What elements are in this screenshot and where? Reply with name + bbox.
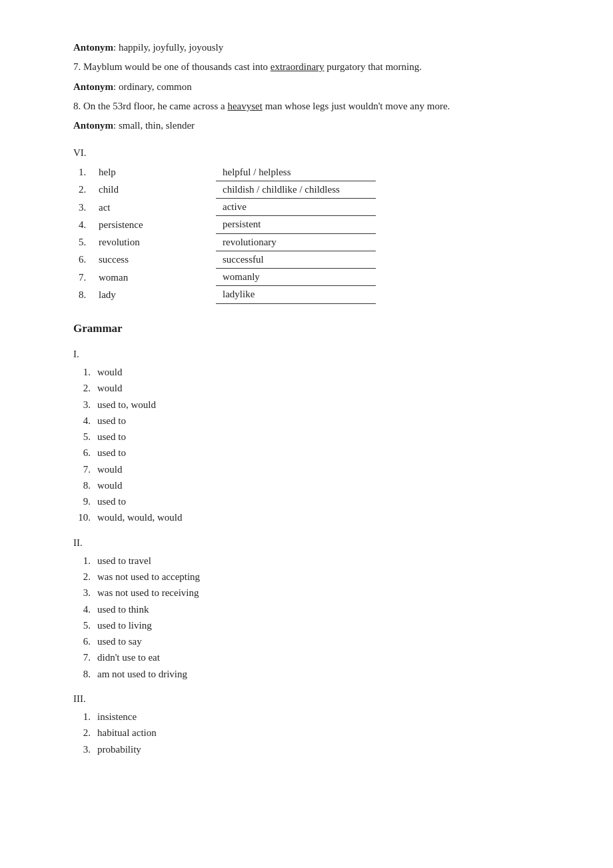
list-item: 8.would: [73, 478, 560, 493]
vi-row: 8.ladyladylike: [76, 286, 376, 303]
vi-section: VI. 1.helphelpful / helpless2.childchild…: [73, 145, 560, 303]
vi-row-answer: womanly: [216, 269, 376, 286]
vi-row-num: 7.: [76, 269, 96, 286]
vi-row-answer: active: [216, 199, 376, 216]
antonym-line-3: Antonym: small, thin, slender: [73, 118, 560, 133]
vi-row-num: 5.: [76, 233, 96, 251]
item-content: used to: [97, 494, 560, 509]
grammar-list-0: 1.would2.would3.used to, would4.used to5…: [73, 365, 560, 526]
list-item: 10.would, would, would: [73, 510, 560, 525]
vi-row-num: 4.: [76, 216, 96, 233]
sentence-8-before: On the 53rd floor, he came across a: [83, 101, 227, 111]
item-num: 1.: [73, 553, 97, 569]
grammar-section: Grammar I.1.would2.would3.used to, would…: [73, 320, 560, 757]
item-num: 7.: [73, 650, 97, 665]
item-num: 3.: [73, 585, 97, 601]
vi-row: 2.childchildish / childlike / childless: [76, 181, 376, 198]
item-content: used to: [97, 445, 560, 461]
list-item: 2.was not used to accepting: [73, 569, 560, 585]
grammar-subsection-label-0: I.: [73, 347, 560, 362]
item-num: 2.: [73, 725, 97, 741]
vi-row-answer: revolutionary: [216, 233, 376, 251]
item-num: 10.: [73, 510, 97, 525]
item-num: 6.: [73, 445, 97, 461]
list-item: 1.would: [73, 365, 560, 380]
vi-row-num: 3.: [76, 199, 96, 216]
vi-row-answer: helpful / helpless: [216, 164, 376, 181]
list-item: 4.used to think: [73, 602, 560, 617]
item-content: would: [97, 462, 560, 477]
list-item: 6.used to: [73, 445, 560, 461]
grammar-subsection-label-2: III.: [73, 691, 560, 707]
sentence-8: 8. On the 53rd floor, he came across a h…: [73, 99, 560, 114]
list-item: 6.used to say: [73, 634, 560, 649]
vi-row: 3.actactive: [76, 199, 376, 216]
item-content: used to: [97, 429, 560, 445]
list-item: 4.used to: [73, 413, 560, 429]
vi-row-word: persistence: [96, 216, 216, 233]
item-content: would, would, would: [97, 510, 560, 525]
vi-row-num: 2.: [76, 181, 96, 198]
vi-row-answer: persistent: [216, 216, 376, 233]
antonym-text-3: : small, thin, slender: [113, 120, 195, 131]
antonym-label-1: Antonym: [73, 42, 113, 53]
sentence-7-after: purgatory that morning.: [324, 61, 422, 72]
sentence-7-underline: extraordinary: [271, 61, 324, 72]
sentence-7-before: Mayblum would be one of thousands cast i…: [83, 61, 271, 72]
grammar-list-1: 1.used to travel2.was not used to accept…: [73, 553, 560, 682]
vi-row-word: success: [96, 251, 216, 268]
list-item: 5.used to: [73, 429, 560, 445]
vi-row-word: act: [96, 199, 216, 216]
item-content: would: [97, 478, 560, 493]
vi-row-word: lady: [96, 286, 216, 303]
vi-row: 7.womanwomanly: [76, 269, 376, 286]
item-num: 3.: [73, 742, 97, 757]
item-num: 3.: [73, 397, 97, 413]
item-content: probability: [97, 742, 560, 757]
item-num: 5.: [73, 618, 97, 633]
item-num: 1.: [73, 709, 97, 725]
antonym-text-2: : ordinary, common: [113, 81, 192, 92]
antonym-text-1: : happily, joyfully, joyously: [113, 42, 223, 53]
vi-row: 4.persistencepersistent: [76, 216, 376, 233]
grammar-heading: Grammar: [73, 320, 560, 337]
item-content: used to travel: [97, 553, 560, 569]
list-item: 2.habitual action: [73, 725, 560, 741]
list-item: 3.was not used to receiving: [73, 585, 560, 601]
item-content: was not used to receiving: [97, 585, 560, 601]
list-item: 7.didn't use to eat: [73, 650, 560, 665]
item-num: 2.: [73, 381, 97, 396]
vi-row: 1.helphelpful / helpless: [76, 164, 376, 181]
item-content: used to think: [97, 602, 560, 617]
vi-row-answer: childish / childlike / childless: [216, 181, 376, 198]
sentence-8-after: man whose legs just wouldn't move any mo…: [263, 101, 450, 111]
item-num: 9.: [73, 494, 97, 509]
item-content: used to, would: [97, 397, 560, 413]
vi-row-answer: ladylike: [216, 286, 376, 303]
item-num: 7.: [73, 462, 97, 477]
sentence-7-num: 7.: [73, 61, 81, 72]
item-content: would: [97, 365, 560, 380]
antonym-label-3: Antonym: [73, 120, 113, 131]
vi-row-word: revolution: [96, 233, 216, 251]
item-content: was not used to accepting: [97, 569, 560, 585]
list-item: 3.probability: [73, 742, 560, 757]
item-content: habitual action: [97, 725, 560, 741]
vi-table: 1.helphelpful / helpless2.childchildish …: [76, 164, 376, 304]
antonym-line-2: Antonym: ordinary, common: [73, 79, 560, 95]
sentence-8-num: 8.: [73, 101, 81, 111]
list-item: 3.used to, would: [73, 397, 560, 413]
vi-row: 5.revolutionrevolutionary: [76, 233, 376, 251]
list-item: 8.am not used to driving: [73, 667, 560, 682]
item-num: 1.: [73, 365, 97, 380]
sentence-8-underline: heavyset: [227, 101, 262, 111]
vi-row-word: child: [96, 181, 216, 198]
sentence-7: 7. Mayblum would be one of thousands cas…: [73, 59, 560, 75]
item-num: 4.: [73, 413, 97, 429]
vi-heading: VI.: [73, 145, 560, 161]
vi-row-num: 6.: [76, 251, 96, 268]
item-content: would: [97, 381, 560, 396]
antonym-line-1: Antonym: happily, joyfully, joyously: [73, 40, 560, 55]
item-num: 2.: [73, 569, 97, 585]
item-content: am not used to driving: [97, 667, 560, 682]
